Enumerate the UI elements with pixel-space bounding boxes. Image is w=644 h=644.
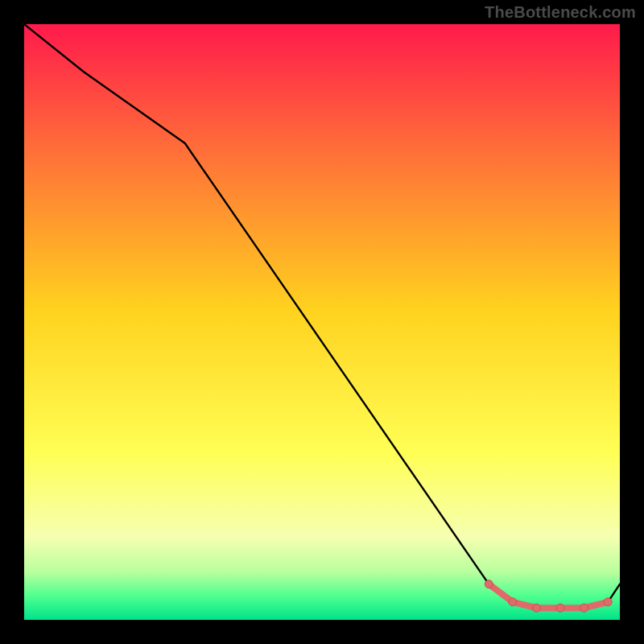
marker-range-dot-3 <box>556 604 564 612</box>
watermark-text: TheBottleneck.com <box>485 3 636 22</box>
gradient-background <box>24 24 620 620</box>
plot-svg <box>24 24 620 620</box>
plot-area <box>24 24 620 620</box>
marker-range-dot-4 <box>580 604 588 612</box>
marker-range-dot-2 <box>532 604 540 612</box>
marker-range-end <box>604 598 612 606</box>
marker-range-start <box>485 580 493 588</box>
chart-stage: TheBottleneck.com <box>0 0 644 644</box>
marker-range-dot-1 <box>509 598 517 606</box>
